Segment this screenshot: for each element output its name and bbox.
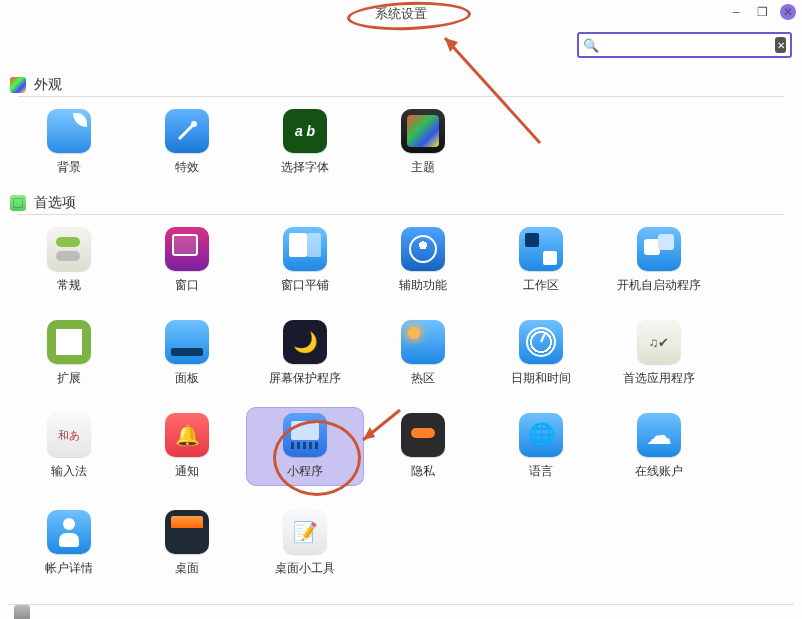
window-controls: – ❐ ✕ (728, 4, 796, 20)
item-inputmethod[interactable]: 输入法 (10, 407, 128, 486)
item-label: 常规 (57, 277, 81, 294)
item-label: 开机自启动程序 (617, 277, 701, 294)
section-title-appearance: 外观 (34, 76, 62, 94)
item-label: 主题 (411, 159, 435, 176)
item-defaultapps[interactable]: 首选应用程序 (600, 314, 718, 389)
item-label: 小程序 (287, 463, 323, 480)
minimize-button[interactable]: – (728, 4, 744, 20)
item-label: 选择字体 (281, 159, 329, 176)
maximize-button[interactable]: ❐ (754, 4, 770, 20)
item-label: 输入法 (51, 463, 87, 480)
background-icon (47, 109, 91, 153)
applets-icon (283, 413, 327, 457)
item-hotcorners[interactable]: 热区 (364, 314, 482, 389)
inputmethod-icon (47, 413, 91, 457)
item-label: 首选应用程序 (623, 370, 695, 387)
item-label: 辅助功能 (399, 277, 447, 294)
section-header-preferences: 首选项 (10, 190, 792, 214)
language-icon (519, 413, 563, 457)
workspaces-icon (519, 227, 563, 271)
datetime-icon (519, 320, 563, 364)
item-general[interactable]: 常规 (10, 221, 128, 296)
window-title: 系统设置 (375, 6, 427, 21)
section-title-preferences: 首选项 (34, 194, 76, 212)
desklets-icon (283, 510, 327, 554)
general-icon (47, 227, 91, 271)
item-datetime[interactable]: 日期和时间 (482, 314, 600, 389)
privacy-icon (401, 413, 445, 457)
item-label: 桌面小工具 (275, 560, 335, 577)
item-label: 语言 (529, 463, 553, 480)
item-accountdetails[interactable]: 帐户详情 (10, 504, 128, 579)
item-background[interactable]: 背景 (10, 103, 128, 178)
item-accessibility[interactable]: 辅助功能 (364, 221, 482, 296)
item-language[interactable]: 语言 (482, 407, 600, 486)
section-preferences: 首选项 常规 窗口 窗口平铺 辅助功能 工作区 开机自启动程序 扩 (0, 188, 802, 589)
section-header-appearance: 外观 (10, 72, 792, 96)
accountdetails-icon (47, 510, 91, 554)
appearance-section-icon (10, 77, 26, 93)
item-label: 扩展 (57, 370, 81, 387)
item-label: 屏幕保护程序 (269, 370, 341, 387)
onlineaccounts-icon (637, 413, 681, 457)
notifications-icon (165, 413, 209, 457)
divider (8, 604, 794, 605)
item-startup[interactable]: 开机自启动程序 (600, 221, 718, 296)
effects-icon (165, 109, 209, 153)
item-screensaver[interactable]: 屏幕保护程序 (246, 314, 364, 389)
item-effects[interactable]: 特效 (128, 103, 246, 178)
search-box[interactable]: 🔍 ✕ (577, 32, 792, 58)
appearance-grid: 背景 特效 a b 选择字体 主题 (10, 97, 792, 178)
item-label: 热区 (411, 370, 435, 387)
fonts-icon: a b (283, 109, 327, 153)
search-input[interactable] (603, 37, 775, 54)
item-tiling[interactable]: 窗口平铺 (246, 221, 364, 296)
item-desktop[interactable]: 桌面 (128, 504, 246, 579)
extensions-icon (47, 320, 91, 364)
preferences-section-icon (10, 195, 26, 211)
accessibility-icon (401, 227, 445, 271)
screensaver-icon (283, 320, 327, 364)
item-themes[interactable]: 主题 (364, 103, 482, 178)
item-privacy[interactable]: 隐私 (364, 407, 482, 486)
item-label: 桌面 (175, 560, 199, 577)
item-label: 隐私 (411, 463, 435, 480)
item-label: 工作区 (523, 277, 559, 294)
item-onlineaccounts[interactable]: 在线账户 (600, 407, 718, 486)
windows-icon (165, 227, 209, 271)
hardware-section-icon (14, 605, 30, 619)
item-notifications[interactable]: 通知 (128, 407, 246, 486)
item-panel[interactable]: 面板 (128, 314, 246, 389)
close-button[interactable]: ✕ (780, 4, 796, 20)
search-icon: 🔍 (583, 38, 599, 53)
desktop-icon (165, 510, 209, 554)
item-extensions[interactable]: 扩展 (10, 314, 128, 389)
item-applets[interactable]: 小程序 (246, 407, 364, 486)
search-row: 🔍 ✕ (0, 28, 802, 66)
item-label: 窗口 (175, 277, 199, 294)
startup-icon (637, 227, 681, 271)
themes-icon (401, 109, 445, 153)
item-label: 窗口平铺 (281, 277, 329, 294)
panel-icon (165, 320, 209, 364)
section-appearance: 外观 背景 特效 a b 选择字体 主题 (0, 66, 802, 188)
preferences-grid: 常规 窗口 窗口平铺 辅助功能 工作区 开机自启动程序 扩展 面板 (10, 215, 792, 579)
item-label: 背景 (57, 159, 81, 176)
title-bar: 系统设置 – ❐ ✕ (0, 0, 802, 28)
item-fonts[interactable]: a b 选择字体 (246, 103, 364, 178)
clear-search-icon[interactable]: ✕ (775, 37, 786, 53)
item-windows[interactable]: 窗口 (128, 221, 246, 296)
item-label: 帐户详情 (45, 560, 93, 577)
item-label: 特效 (175, 159, 199, 176)
defaultapps-icon (637, 320, 681, 364)
hotcorners-icon (401, 320, 445, 364)
item-label: 面板 (175, 370, 199, 387)
tiling-icon (283, 227, 327, 271)
item-workspaces[interactable]: 工作区 (482, 221, 600, 296)
item-label: 在线账户 (635, 463, 683, 480)
item-label: 通知 (175, 463, 199, 480)
section-header-hardware (14, 605, 30, 619)
svg-point-0 (191, 121, 197, 127)
item-label: 日期和时间 (511, 370, 571, 387)
item-desklets[interactable]: 桌面小工具 (246, 504, 364, 579)
